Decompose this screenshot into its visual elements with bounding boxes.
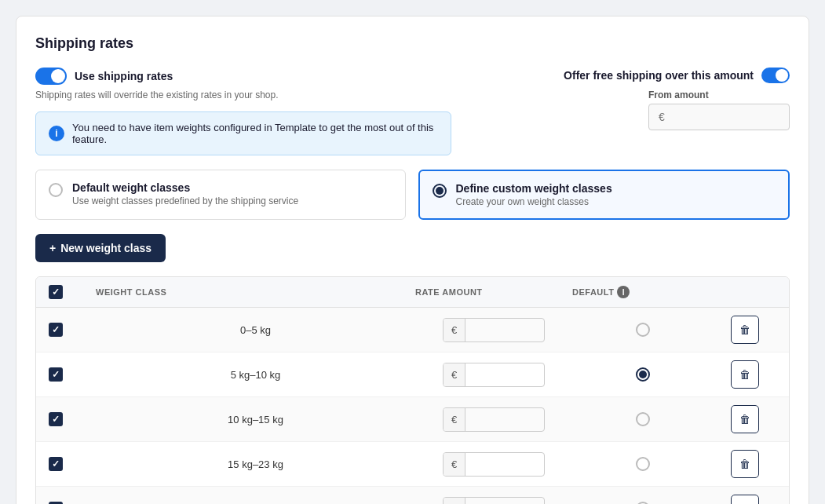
table-row: 15 kg–23 kg € 🗑	[36, 442, 789, 487]
row-rate-1: €	[415, 318, 572, 342]
info-box: i You need to have item weights configur…	[35, 111, 451, 155]
row-rate-2: €	[415, 363, 572, 387]
custom-weight-class-desc: Create your own weight classes	[456, 196, 612, 207]
row-rate-5: €	[415, 497, 572, 505]
weight-class-options: Default weight classes Use weight classe…	[35, 170, 790, 220]
default-weight-class-radio[interactable]	[49, 183, 63, 197]
from-amount-label: From amount	[648, 89, 790, 100]
shipping-rates-toggle[interactable]	[35, 68, 67, 85]
row-delete-1[interactable]: 🗑	[714, 316, 776, 344]
delete-button-4[interactable]: 🗑	[731, 450, 759, 478]
default-weight-class-title: Default weight classes	[72, 181, 298, 194]
row-default-radio-4[interactable]	[572, 457, 714, 471]
new-weight-class-button[interactable]: + New weight class	[35, 234, 166, 262]
default-weight-class-desc: Use weight classes predefined by the shi…	[72, 195, 298, 206]
table-row: 10 kg–15 kg € 🗑	[36, 397, 789, 442]
delete-button-1[interactable]: 🗑	[731, 316, 759, 344]
row-weight-class-3: 10 kg–15 kg	[96, 414, 415, 425]
default-info-icon[interactable]: i	[617, 286, 630, 298]
shipping-rates-card: Shipping rates Use shipping rates Shippi…	[16, 16, 809, 504]
free-shipping-toggle[interactable]	[761, 68, 790, 83]
new-weight-class-icon: +	[49, 242, 56, 254]
row-delete-3[interactable]: 🗑	[714, 405, 776, 433]
info-icon: i	[49, 126, 64, 141]
rate-input-2[interactable]	[465, 363, 545, 386]
custom-weight-class-title: Define custom weight classes	[456, 182, 612, 195]
row-rate-4: €	[415, 452, 572, 477]
new-weight-class-label: New weight class	[60, 242, 151, 254]
select-all-checkbox[interactable]	[49, 285, 63, 299]
info-text: You need to have item weights configured…	[72, 122, 438, 145]
row-checkbox-2[interactable]	[49, 367, 96, 382]
default-weight-class-card[interactable]: Default weight classes Use weight classe…	[35, 170, 406, 220]
row-checkbox-1[interactable]	[49, 323, 96, 337]
row-weight-class-2: 5 kg–10 kg	[96, 369, 415, 381]
row-checkbox-3[interactable]	[49, 412, 96, 426]
header-actions	[714, 285, 776, 299]
header-checkbox-col	[49, 285, 96, 299]
row-default-radio-1[interactable]	[572, 323, 714, 337]
header-default: DEFAULT i	[572, 285, 714, 299]
from-amount-input[interactable]	[648, 104, 790, 130]
rate-input-4[interactable]	[465, 453, 545, 476]
table-row: 0–5 kg € 🗑	[36, 308, 789, 352]
row-weight-class-1: 0–5 kg	[96, 324, 415, 336]
custom-weight-class-radio[interactable]	[433, 184, 447, 198]
row-default-radio-2[interactable]	[572, 367, 714, 382]
weight-class-table: WEIGHT CLASS RATE AMOUNT DEFAULT i 0–5 k…	[35, 276, 790, 504]
custom-weight-class-card[interactable]: Define custom weight classes Create your…	[418, 170, 790, 220]
table-header: WEIGHT CLASS RATE AMOUNT DEFAULT i	[36, 277, 789, 308]
row-checkbox-4[interactable]	[49, 457, 96, 471]
free-shipping-label: Offer free shipping over this amount	[564, 69, 754, 82]
rate-input-3[interactable]	[465, 408, 545, 431]
row-delete-2[interactable]: 🗑	[714, 360, 776, 389]
header-weight-class: WEIGHT CLASS	[96, 285, 415, 299]
rate-input-5[interactable]	[465, 498, 545, 505]
shipping-rates-label: Use shipping rates	[75, 70, 173, 82]
delete-button-3[interactable]: 🗑	[731, 405, 759, 433]
row-default-radio-3[interactable]	[572, 412, 714, 426]
delete-button-2[interactable]: 🗑	[731, 360, 759, 389]
row-delete-5[interactable]: 🗑	[714, 495, 776, 504]
table-row: 23 kg–31.5 kg € 🗑	[36, 487, 789, 504]
table-row: 5 kg–10 kg € 🗑	[36, 352, 789, 397]
row-delete-4[interactable]: 🗑	[714, 450, 776, 478]
page-title: Shipping rates	[35, 35, 790, 52]
rate-input-1[interactable]	[465, 319, 545, 341]
row-rate-3: €	[415, 407, 572, 432]
delete-button-5[interactable]: 🗑	[731, 495, 759, 504]
row-weight-class-4: 15 kg–23 kg	[96, 458, 415, 470]
header-rate-amount: RATE AMOUNT	[415, 285, 572, 299]
shipping-rates-subtitle: Shipping rates will override the existin…	[35, 89, 564, 100]
